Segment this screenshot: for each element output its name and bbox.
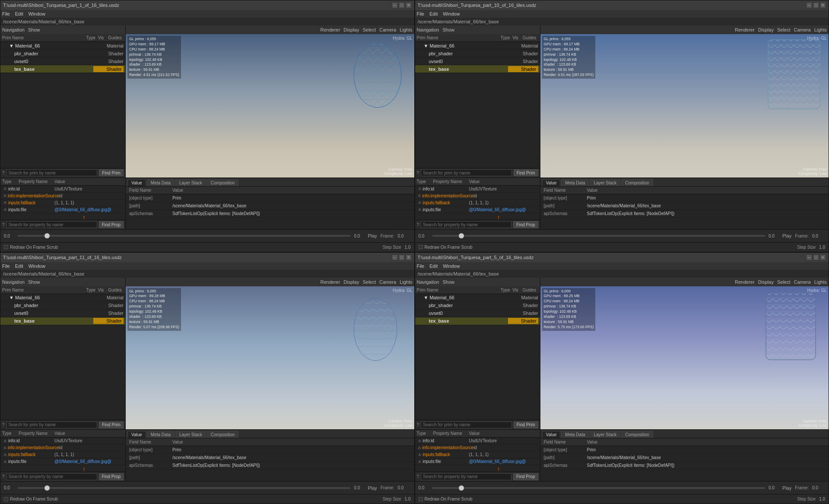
find-prop-btn-1[interactable]: Find Prop	[99, 221, 124, 228]
menu-window-2[interactable]: Window	[443, 11, 460, 16]
prop-row-infoid-4[interactable]: A info:id UsdUVTexture	[415, 437, 540, 444]
find-prim-btn-2[interactable]: Find Prim	[514, 169, 538, 176]
prim-row-pbr-4[interactable]: pbr_shader Shader	[415, 302, 540, 310]
prim-search-input-2[interactable]	[421, 169, 512, 176]
nav-navigation-1[interactable]: Navigation	[2, 27, 25, 32]
find-prop-btn-4[interactable]: Find Prop	[513, 473, 538, 480]
close-btn-4[interactable]: ✕	[820, 254, 826, 260]
nav-navigation-4[interactable]: Navigation	[417, 279, 439, 285]
prim-row-uvset-3[interactable]: uvset0 Shader	[0, 310, 125, 317]
maximize-btn-1[interactable]: □	[399, 2, 405, 8]
tab-value-2[interactable]: Value	[542, 179, 561, 186]
minimize-btn-2[interactable]: ─	[806, 2, 812, 8]
redraw-checkbox-2[interactable]	[419, 245, 423, 249]
timeline-slider-3[interactable]	[18, 487, 350, 489]
renderer-btn-4[interactable]: Renderer	[735, 279, 755, 285]
prim-row-material66-2[interactable]: ▼ Material_66 Material	[415, 42, 540, 50]
prop-row-impl-1[interactable]: A info:implementationSource id	[0, 193, 125, 200]
prim-row-texbase-1[interactable]: tex_base Shader	[0, 65, 125, 73]
timeline-thumb-4[interactable]	[459, 485, 464, 491]
tab-layerstack-1[interactable]: Layer Stack	[175, 179, 206, 186]
tab-layerstack-4[interactable]: Layer Stack	[590, 431, 620, 438]
tab-metadata-1[interactable]: Meta Data	[147, 179, 175, 186]
prop-row-infoid-3[interactable]: A info:id UsdUVTexture	[0, 437, 125, 444]
prop-row-file-3[interactable]: A inputs:file @0/Material_66_diffuse.jpg…	[0, 458, 125, 465]
menu-file-1[interactable]: File	[2, 11, 10, 16]
timeline-thumb-1[interactable]	[44, 233, 50, 238]
menu-window-1[interactable]: Window	[29, 11, 45, 16]
minimize-btn-3[interactable]: ─	[392, 254, 398, 260]
select-btn-1[interactable]: Select	[362, 27, 376, 32]
tab-layerstack-2[interactable]: Layer Stack	[590, 179, 620, 186]
prim-row-uvset-4[interactable]: uvset0 Shader	[415, 310, 540, 317]
prim-row-pbr-2[interactable]: pbr_shader Shader	[415, 50, 540, 57]
select-btn-4[interactable]: Select	[777, 279, 791, 285]
prop-row-fallback-4[interactable]: A inputs:fallback (1, 1, 1, 1)	[415, 451, 540, 458]
menu-file-3[interactable]: File	[2, 263, 10, 269]
display-btn-3[interactable]: Display	[343, 279, 359, 285]
find-prim-btn-3[interactable]: Find Prim	[99, 422, 124, 428]
minimize-btn-4[interactable]: ─	[806, 254, 812, 260]
close-btn-3[interactable]: ✕	[406, 254, 412, 260]
renderer-btn-3[interactable]: Renderer	[321, 279, 340, 285]
viewport-2[interactable]: Renderer Display Select Camera Lights GL…	[540, 25, 829, 178]
nav-navigation-3[interactable]: Navigation	[2, 279, 25, 285]
camera-btn-2[interactable]: Camera	[794, 27, 811, 32]
tab-composition-4[interactable]: Composition	[621, 431, 653, 438]
tab-composition-1[interactable]: Composition	[207, 179, 239, 186]
prim-row-pbr-1[interactable]: pbr_shader Shader	[0, 50, 125, 57]
camera-btn-1[interactable]: Camera	[379, 27, 396, 32]
redraw-checkbox-1[interactable]	[4, 245, 8, 249]
tab-metadata-2[interactable]: Meta Data	[561, 179, 589, 186]
menu-edit-3[interactable]: Edit	[15, 263, 23, 269]
tab-value-3[interactable]: Value	[127, 431, 146, 438]
find-prim-btn-1[interactable]: Find Prim	[99, 169, 124, 176]
prop-row-file-1[interactable]: A inputs:file @0/Material_66_diffuse.jpg…	[0, 206, 125, 213]
lights-btn-2[interactable]: Lights	[814, 27, 827, 32]
prim-search-input-3[interactable]	[6, 422, 98, 428]
play-btn-2[interactable]: Play	[782, 233, 791, 238]
prim-row-material66-4[interactable]: ▼ Material_66 Material	[415, 294, 540, 302]
prop-row-fallback-1[interactable]: A inputs:fallback (1, 1, 1, 1)	[0, 200, 125, 206]
nav-navigation-2[interactable]: Navigation	[417, 27, 439, 32]
nav-show-4[interactable]: Show	[442, 279, 454, 285]
redraw-checkbox-3[interactable]	[4, 497, 8, 501]
timeline-thumb-2[interactable]	[459, 233, 464, 238]
prim-row-uvset-1[interactable]: uvset0 Shader	[0, 57, 125, 65]
lights-btn-3[interactable]: Lights	[400, 279, 412, 285]
prim-row-uvset-2[interactable]: uvset0 Shader	[415, 57, 540, 65]
prop-row-file-4[interactable]: A inputs:file @0/Material_66_diffuse.jpg…	[415, 458, 540, 465]
prop-row-file-2[interactable]: A inputs:file @0/Material_66_diffuse.jpg…	[415, 206, 540, 213]
renderer-btn-1[interactable]: Renderer	[321, 27, 340, 32]
prop-search-input-2[interactable]	[421, 221, 511, 228]
prop-row-impl-3[interactable]: A info:implementationSource id	[0, 444, 125, 451]
select-btn-3[interactable]: Select	[362, 279, 376, 285]
minimize-btn-1[interactable]: ─	[392, 2, 398, 8]
menu-edit-1[interactable]: Edit	[15, 11, 23, 16]
prop-row-infoid-2[interactable]: A info:id UsdUVTexture	[415, 186, 540, 193]
renderer-btn-2[interactable]: Renderer	[735, 27, 755, 32]
menu-file-2[interactable]: File	[417, 11, 425, 16]
redraw-checkbox-4[interactable]	[419, 497, 423, 501]
prop-search-input-1[interactable]	[6, 221, 97, 228]
lights-btn-1[interactable]: Lights	[400, 27, 412, 32]
prop-row-impl-2[interactable]: A info:implementationSource id	[415, 193, 540, 200]
prop-row-fallback-3[interactable]: A inputs:fallback (1, 1, 1, 1)	[0, 451, 125, 458]
menu-window-3[interactable]: Window	[29, 263, 45, 269]
find-prop-btn-2[interactable]: Find Prop	[513, 221, 538, 228]
tab-composition-3[interactable]: Composition	[207, 431, 239, 438]
prim-row-pbr-3[interactable]: pbr_shader Shader	[0, 302, 125, 310]
find-prim-btn-4[interactable]: Find Prim	[514, 422, 538, 428]
display-btn-4[interactable]: Display	[758, 279, 774, 285]
viewport-1[interactable]: Renderer Display Select Camera Lights GL…	[126, 25, 414, 178]
viewport-4[interactable]: Renderer Display Select Camera Lights GL…	[540, 278, 829, 430]
display-btn-2[interactable]: Display	[758, 27, 774, 32]
menu-file-4[interactable]: File	[417, 263, 425, 269]
prim-row-material66-3[interactable]: ▼ Material_66 Material	[0, 294, 125, 302]
tab-composition-2[interactable]: Composition	[621, 179, 653, 186]
nav-show-2[interactable]: Show	[442, 27, 454, 32]
viewport-3[interactable]: Renderer Display Select Camera Lights GL…	[126, 278, 414, 430]
prop-search-input-3[interactable]	[6, 473, 97, 480]
menu-edit-2[interactable]: Edit	[429, 11, 438, 16]
prim-row-texbase-4[interactable]: tex_base Shader	[415, 317, 540, 325]
